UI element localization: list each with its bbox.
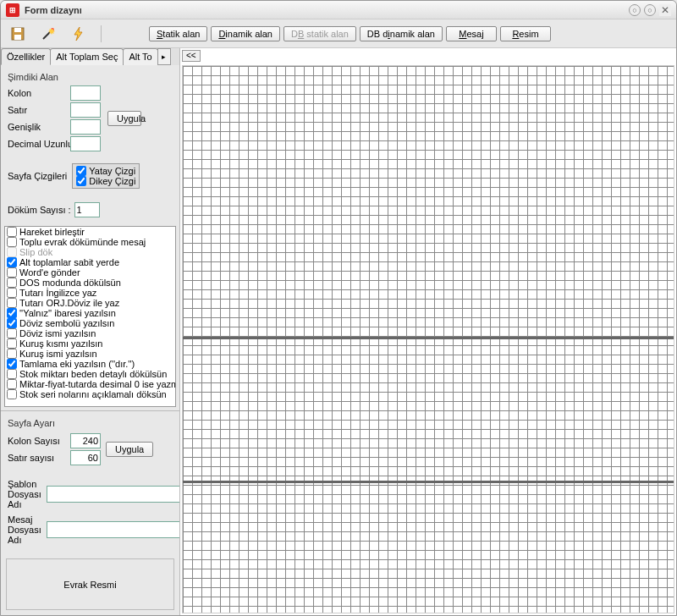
satir-count-label: Satır sayısı	[8, 453, 67, 463]
lightning-icon[interactable]	[70, 25, 87, 42]
picture-button[interactable]: Resim	[500, 26, 551, 41]
option-checkbox[interactable]	[7, 369, 17, 379]
option-label: Stok seri nolarını açıklamalı döksün	[19, 389, 167, 399]
kolon-input[interactable]	[70, 85, 101, 101]
list-item[interactable]: Tamlama eki yazılsın (''dır.'')	[5, 359, 175, 369]
option-checkbox[interactable]	[7, 237, 17, 247]
list-item[interactable]: Tutarı İngilizce yaz	[5, 288, 175, 298]
tab-subtotal-select[interactable]: Alt Toplam Seç	[50, 48, 124, 65]
window-controls: ○ ○ ✕	[629, 4, 671, 16]
options-list[interactable]: Hareket birleştirToplu evrak dökümünde m…	[4, 226, 176, 407]
template-file-input[interactable]	[47, 486, 180, 503]
sidebar: Özellikler Alt Toplam Seç Alt To ▸ Şimdi…	[1, 48, 180, 615]
svg-rect-1	[14, 28, 21, 32]
list-item[interactable]: Toplu evrak dökümünde mesaj	[5, 237, 175, 247]
option-label: Tutarı ORJ.Döviz ile yaz	[19, 298, 119, 308]
collapse-button[interactable]: <<	[182, 50, 201, 62]
option-checkbox[interactable]	[7, 227, 17, 237]
dynamic-area-button[interactable]: Dinamik alan	[211, 26, 280, 41]
toolbar: Statik alan Dinamik alan DB statik alan …	[1, 19, 676, 48]
option-label: Döviz ismi yazılsın	[19, 328, 96, 338]
option-label: Slip dök	[19, 247, 52, 257]
minimize-button[interactable]: ○	[629, 4, 641, 16]
genislik-input[interactable]	[70, 119, 101, 135]
db-dynamic-area-button[interactable]: DB dinamik alan	[360, 26, 443, 41]
option-checkbox[interactable]	[7, 338, 17, 349]
option-checkbox[interactable]	[7, 359, 17, 369]
titlebar: ⊞ Form dizaynı ○ ○ ✕	[1, 1, 676, 19]
option-checkbox[interactable]	[7, 267, 17, 278]
page-setup-panel: Sayfa Ayarı Kolon Sayısı Satır sayısı Uy…	[1, 410, 179, 470]
list-item[interactable]: Word'e gönder	[5, 267, 175, 278]
option-label: Word'e gönder	[19, 267, 80, 278]
current-field-panel: Şimdiki Alan Kolon Satır Uygula Genişlik…	[1, 65, 179, 155]
option-checkbox	[7, 247, 17, 257]
list-item[interactable]: Döviz ismi yazılsın	[5, 328, 175, 338]
list-item[interactable]: Stok seri nolarını açıklamalı döksün	[5, 389, 175, 399]
content: Özellikler Alt Toplam Seç Alt To ▸ Şimdi…	[1, 48, 676, 615]
apply-field-button[interactable]: Uygula	[107, 111, 141, 126]
option-checkbox[interactable]	[7, 308, 17, 318]
design-grid[interactable]	[183, 66, 674, 613]
canvas-area: <<	[180, 48, 676, 615]
option-checkbox[interactable]	[7, 328, 17, 338]
grid-divider-2[interactable]	[183, 481, 674, 483]
option-label: Tamlama eki yazılsın (''dır.'')	[19, 359, 135, 369]
list-item[interactable]: Alt toplamlar sabit yerde	[5, 257, 175, 267]
option-label: Döviz sembolü yazılsın	[19, 318, 115, 328]
current-field-label: Şimdiki Alan	[8, 72, 173, 82]
dump-count-input[interactable]	[74, 202, 100, 217]
option-checkbox[interactable]	[7, 257, 17, 267]
list-item[interactable]: Kuruş ismi yazılsın	[5, 349, 175, 359]
list-item[interactable]: DOS modunda dökülsün	[5, 278, 175, 288]
tab-properties[interactable]: Özellikler	[1, 48, 51, 65]
message-button[interactable]: Mesaj	[446, 26, 497, 41]
option-checkbox[interactable]	[7, 379, 17, 389]
list-item[interactable]: Stok miktarı beden detaylı dökülsün	[5, 369, 175, 379]
apply-page-button[interactable]: Uygula	[106, 442, 153, 457]
grid-scroll-container[interactable]	[182, 65, 674, 613]
maximize-button[interactable]: ○	[644, 4, 656, 16]
option-checkbox[interactable]	[7, 318, 17, 328]
horizontal-line-checkbox[interactable]	[76, 166, 86, 176]
list-item[interactable]: Slip dök	[5, 247, 175, 257]
kolon-count-input[interactable]	[70, 433, 101, 448]
toolbar-button-group: Statik alan Dinamik alan DB statik alan …	[149, 26, 551, 41]
list-item[interactable]: Döviz sembolü yazılsın	[5, 318, 175, 328]
grid-divider-1[interactable]	[183, 337, 674, 339]
option-label: Alt toplamlar sabit yerde	[19, 257, 119, 267]
option-label: ''Yalnız'' ibaresi yazılsın	[19, 308, 116, 318]
close-button[interactable]: ✕	[659, 4, 671, 16]
option-checkbox[interactable]	[7, 349, 17, 359]
wand-icon[interactable]	[40, 25, 57, 42]
option-checkbox[interactable]	[7, 288, 17, 298]
tab-subtotal-more[interactable]: Alt To	[123, 48, 157, 65]
satir-count-input[interactable]	[70, 450, 101, 465]
message-file-input[interactable]	[47, 521, 180, 538]
toolbar-separator	[101, 25, 102, 42]
dump-count-label: Döküm Sayısı :	[8, 205, 71, 215]
tab-scroll-right[interactable]: ▸	[157, 48, 171, 65]
list-item[interactable]: Miktar-fiyat-tutarda desimal 0 ise yazma	[5, 379, 175, 389]
window-title: Form dizaynı	[25, 5, 629, 15]
list-item[interactable]: Kuruş kısmı yazılsın	[5, 338, 175, 349]
option-label: DOS modunda dökülsün	[19, 278, 121, 288]
list-item[interactable]: Hareket birleştir	[5, 227, 175, 237]
option-checkbox[interactable]	[7, 298, 17, 308]
window: ⊞ Form dizaynı ○ ○ ✕ Statik alan Dinamik…	[0, 0, 677, 616]
tab-bar: Özellikler Alt Toplam Seç Alt To ▸	[1, 48, 179, 65]
evrak-image-box[interactable]: Evrak Resmi	[6, 558, 174, 610]
message-file-label: Mesaj Dosyası Adı	[8, 514, 41, 545]
static-area-button[interactable]: Statik alan	[149, 26, 207, 41]
vertical-line-checkbox[interactable]	[76, 176, 86, 186]
svg-rect-2	[14, 35, 21, 40]
list-item[interactable]: Tutarı ORJ.Döviz ile yaz	[5, 298, 175, 308]
option-checkbox[interactable]	[7, 278, 17, 288]
save-icon[interactable]	[9, 25, 26, 42]
db-static-area-button[interactable]: DB statik alan	[283, 26, 356, 41]
option-label: Kuruş kısmı yazılsın	[19, 338, 102, 349]
option-checkbox[interactable]	[7, 389, 17, 399]
list-item[interactable]: ''Yalnız'' ibaresi yazılsın	[5, 308, 175, 318]
satir-input[interactable]	[70, 102, 101, 118]
decimal-input[interactable]	[70, 136, 101, 151]
